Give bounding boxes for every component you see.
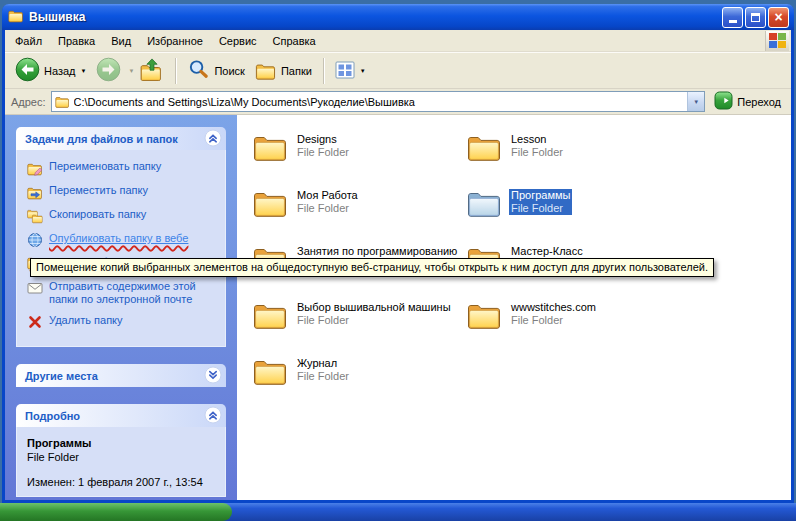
file-list[interactable]: Designs File Folder Lesson File Folder М… <box>237 115 791 500</box>
menu-help[interactable]: Справка <box>265 32 324 50</box>
menu-favorites[interactable]: Избранное <box>139 32 211 50</box>
toolbar: Назад ▼ ▼ <box>5 52 791 89</box>
close-button[interactable]: × <box>768 7 789 28</box>
chevron-up-icon[interactable] <box>204 129 222 149</box>
back-arrow-icon <box>15 57 40 84</box>
file-tile-vybor-mashiny[interactable]: Выбор вышивальной машины File Folder <box>251 297 465 353</box>
task-publish-folder-web[interactable]: Опубликовать папку в вебе <box>27 232 217 248</box>
task-copy-folder[interactable]: Скопировать папку <box>27 208 217 224</box>
file-type: File Folder <box>511 202 563 214</box>
up-folder-icon <box>140 58 164 83</box>
panel-title: Задачи для файлов и папок <box>25 133 178 145</box>
back-dropdown-caret[interactable]: ▼ <box>81 68 87 74</box>
file-type: File Folder <box>297 202 349 214</box>
publish-tooltip: Помещение копий выбранных элементов на о… <box>30 258 714 277</box>
folder-icon <box>467 301 501 349</box>
forward-dropdown-caret[interactable]: ▼ <box>128 68 134 74</box>
search-icon <box>187 58 210 83</box>
panel-details: Подробно Программы File Folder <box>16 404 226 497</box>
window-title: Вышивка <box>29 10 722 24</box>
folders-label: Папки <box>281 65 312 77</box>
task-email-folder[interactable]: Отправить содержимое этой папки по элект… <box>27 280 217 306</box>
task-delete-folder[interactable]: Удалить папку <box>27 314 217 330</box>
content-area: Задачи для файлов и папок <box>5 115 791 500</box>
go-button[interactable]: Переход <box>710 91 785 112</box>
menu-file[interactable]: Файл <box>7 32 50 50</box>
window-folder-icon <box>8 8 24 27</box>
menu-bar: Файл Правка Вид Избранное Сервис Справка <box>5 30 791 52</box>
address-dropdown-button[interactable]: ▼ <box>687 92 704 111</box>
file-name: Журнал <box>297 357 337 369</box>
chevron-down-icon[interactable] <box>204 366 222 386</box>
details-selected-type: File Folder <box>27 451 217 463</box>
file-tile-zhurnal[interactable]: Журнал File Folder <box>251 353 465 409</box>
folders-icon <box>255 60 277 82</box>
file-type: File Folder <box>511 314 563 326</box>
rename-folder-icon <box>27 160 43 176</box>
file-tile-programmy-selected[interactable]: Программы File Folder <box>465 185 679 241</box>
file-tile-designs[interactable]: Designs File Folder <box>251 129 465 185</box>
file-name: Программы <box>511 189 570 201</box>
move-folder-icon <box>27 184 43 200</box>
search-button[interactable]: Поиск <box>183 56 248 85</box>
folder-icon <box>253 301 287 349</box>
publish-web-icon <box>27 232 43 248</box>
file-name: Мастер-Класс <box>511 245 583 257</box>
file-type: File Folder <box>511 146 563 158</box>
file-name: Моя Работа <box>297 189 358 201</box>
forward-arrow-icon <box>96 57 121 84</box>
panel-title: Другие места <box>25 370 98 382</box>
title-bar[interactable]: Вышивка × <box>2 4 794 30</box>
up-button[interactable] <box>136 56 168 85</box>
views-button[interactable]: ▼ <box>331 58 370 84</box>
folders-button[interactable]: Папки <box>251 58 316 84</box>
windows-logo-icon <box>765 31 789 51</box>
search-label: Поиск <box>214 65 244 77</box>
panel-header-tasks[interactable]: Задачи для файлов и папок <box>16 127 226 150</box>
address-combobox[interactable]: ▼ <box>51 91 706 112</box>
folder-icon <box>253 133 287 181</box>
panel-header-details[interactable]: Подробно <box>16 404 226 427</box>
file-type: File Folder <box>297 146 349 158</box>
panel-file-folder-tasks: Задачи для файлов и папок <box>16 127 226 347</box>
menu-view[interactable]: Вид <box>103 32 139 50</box>
folder-icon-selected <box>467 189 501 237</box>
panel-other-places: Другие места <box>16 364 226 387</box>
address-input[interactable] <box>74 96 684 108</box>
forward-button[interactable] <box>92 55 125 86</box>
menu-edit[interactable]: Правка <box>50 32 103 50</box>
file-name: wwwstitches.com <box>511 301 596 313</box>
file-tile-moya-rabota[interactable]: Моя Работа File Folder <box>251 185 465 241</box>
maximize-button[interactable] <box>745 7 766 28</box>
menu-tools[interactable]: Сервис <box>211 32 265 50</box>
folder-icon <box>253 189 287 237</box>
address-folder-icon <box>55 94 70 110</box>
file-name: Designs <box>297 133 337 145</box>
back-button[interactable]: Назад ▼ <box>11 55 90 86</box>
task-pane-sidebar: Задачи для файлов и папок <box>5 115 237 500</box>
panel-header-other-places[interactable]: Другие места <box>16 364 226 387</box>
file-type: File Folder <box>297 314 349 326</box>
desktop: Вышивка × Файл Правка Вид Избранное Серв… <box>0 0 796 521</box>
task-rename-folder[interactable]: Переименовать папку <box>27 160 217 176</box>
folder-icon <box>467 133 501 181</box>
views-dropdown-caret[interactable]: ▼ <box>360 68 366 74</box>
copy-folder-icon <box>27 208 43 224</box>
file-tile-wwwstitches[interactable]: wwwstitches.com File Folder <box>465 297 679 353</box>
explorer-window: Вышивка × Файл Правка Вид Избранное Серв… <box>2 4 794 503</box>
email-folder-icon <box>27 280 43 296</box>
chevron-up-icon[interactable] <box>204 406 222 426</box>
details-modified-date: Изменен: 1 февраля 2007 г., 13:54 <box>27 476 217 488</box>
file-tile-lesson[interactable]: Lesson File Folder <box>465 129 679 185</box>
go-icon <box>714 91 733 112</box>
folder-icon <box>253 357 287 405</box>
go-label: Переход <box>737 96 781 108</box>
back-label: Назад <box>44 65 76 77</box>
taskbar[interactable] <box>0 503 796 521</box>
task-move-folder[interactable]: Переместить папку <box>27 184 217 200</box>
start-button[interactable] <box>0 503 232 521</box>
delete-folder-icon <box>27 314 43 330</box>
address-label: Адрес: <box>11 96 46 108</box>
address-bar: Адрес: ▼ Переход <box>5 89 791 115</box>
minimize-button[interactable] <box>722 7 743 28</box>
